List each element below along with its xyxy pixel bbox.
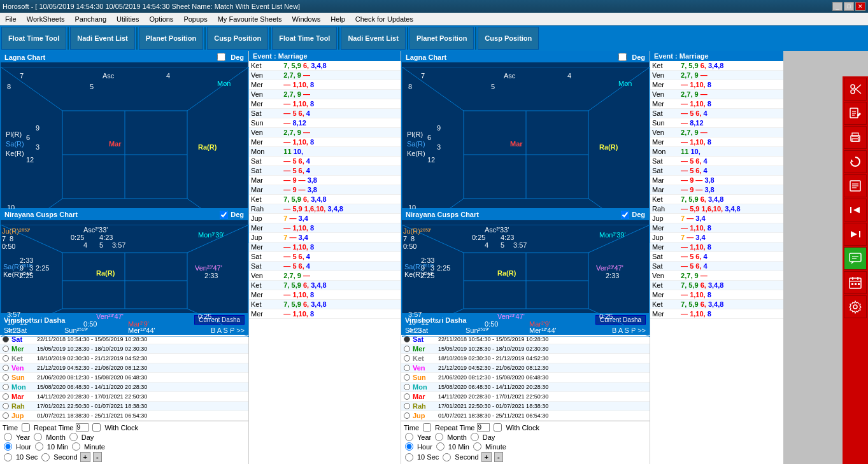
toolbar-cusp-2[interactable]: Cusp Position [478,27,539,50]
with-clock-left[interactable] [92,423,101,432]
cusps-checkbox-left[interactable] [220,211,228,219]
radio-rah-right[interactable] [404,403,410,409]
repeat-input-left[interactable] [76,423,89,432]
lagna-controls-right: Deg [618,53,645,61]
radio-ven-right[interactable] [404,365,410,371]
minimize-btn[interactable]: _ [832,2,843,11]
radio-month-left[interactable] [34,433,42,441]
radio-mer-left[interactable] [3,346,9,352]
event-title: Event : Marriage [253,52,308,60]
sidebar-btn-back[interactable] [844,199,867,221]
plus-btn-right[interactable]: + [481,452,492,462]
radio-mer-right[interactable] [404,346,410,352]
radio-mon-right[interactable] [404,384,410,390]
lagna-checkbox-left[interactable] [217,53,225,61]
radio-ket-left[interactable] [3,355,9,362]
sidebar-btn-settings[interactable] [844,295,867,318]
time-checkbox-left[interactable] [22,423,30,432]
radio-sun-right[interactable] [404,374,410,381]
radio-tensec-left[interactable] [4,453,12,461]
sidebar-btn-chat[interactable] [844,247,867,270]
radio-hour-left[interactable] [4,442,12,451]
sidebar-btn-scissors[interactable] [844,78,867,101]
radio-sun-left[interactable] [3,374,9,381]
radio-second-left[interactable] [41,453,50,461]
time-row2-right: Year Month Day [404,432,647,442]
window-controls: _ □ ✕ [832,2,865,11]
menu-updates[interactable]: Check for Updates [353,15,416,24]
radio-mar-left[interactable] [3,393,9,400]
lagna-checkbox-right[interactable] [618,53,627,61]
menu-options[interactable]: Options [146,15,176,24]
event-row-2: Ven 2,7, 9 — [249,71,401,80]
svg-text:3:57: 3:57 [112,241,125,249]
radio-sat-left[interactable] [3,336,9,342]
radio-year-left[interactable] [4,433,12,441]
time-checkbox-right[interactable] [423,423,431,432]
radio-rah-left[interactable] [3,403,9,409]
toolbar-nadi-2[interactable]: Nadi Event List [341,27,405,50]
close-btn[interactable]: ✕ [855,2,865,11]
extra-event-planet-4: Ven [650,90,679,99]
radio-day-left[interactable] [69,433,78,441]
planet-mer-left: Mer [11,345,37,353]
minus-btn-right[interactable]: - [494,452,503,462]
radio-tenmin-left[interactable] [35,442,43,451]
event-row-5: Mer — 1,10, 8 [249,99,401,109]
dasha-row-rah-right: Rah 17/01/2021 22:50:30 - 01/07/2021 18:… [401,402,650,411]
menu-popups[interactable]: Popups [181,15,210,24]
radio-ket-right[interactable] [404,355,410,362]
plus-btn-left[interactable]: + [80,452,90,462]
radio-minute-right[interactable] [473,442,481,451]
toolbar-planet-1[interactable]: Planet Position [139,27,203,50]
repeat-input-right[interactable] [477,423,490,432]
divider-1 [68,27,69,50]
menu-worksheets[interactable]: WorkSheets [24,15,68,24]
repeat-label-left: Repeat Time [34,424,73,432]
sidebar-btn-edit[interactable] [844,102,867,125]
radio-jup-right[interactable] [404,412,410,419]
extra-event-planet-20: Mer [650,243,679,252]
extra-event-row-7: Sun — 8,12 [650,118,783,128]
toolbar-planet-2[interactable]: Planet Position [409,27,474,50]
menu-help[interactable]: Help [328,15,348,24]
radio-second-right[interactable] [443,453,451,461]
sidebar-btn-calendar[interactable] [844,271,867,294]
toolbar-float-time-2[interactable]: Float Time Tool [272,27,337,50]
radio-sat-right[interactable] [404,336,410,342]
radio-year-right[interactable] [405,433,413,441]
sidebar-btn-forward[interactable] [844,223,867,246]
toolbar-cusp-1[interactable]: Cusp Position [207,27,268,50]
radio-month-right[interactable] [435,433,443,441]
radio-hour-right[interactable] [405,442,413,451]
event-planet-7: Sun [249,118,281,128]
menu-favourite[interactable]: My Favourite Sheets [215,15,285,24]
cusps-checkbox-right[interactable] [621,211,629,219]
radio-mar-right[interactable] [404,393,410,400]
radio-jup-left[interactable] [3,412,9,419]
maximize-btn[interactable]: □ [844,2,854,11]
radio-tenmin-right[interactable] [436,442,445,451]
menu-file[interactable]: File [3,15,19,24]
radio-day-right[interactable] [471,433,479,441]
toolbar-float-time-1[interactable]: Float Time Tool [1,27,66,50]
toolbar-nadi-1[interactable]: Nadi Event List [70,27,134,50]
svg-text:Mon: Mon [618,80,632,87]
radio-tensec-right[interactable] [405,453,413,461]
with-clock-right[interactable] [494,423,502,432]
menu-windows[interactable]: Windows [290,15,324,24]
month-label-right: Month [447,433,467,441]
svg-text:Ju(R)²⁸⁵³': Ju(R)²⁸⁵³' [403,227,431,235]
sidebar-btn-list[interactable] [844,174,867,197]
minus-btn-left[interactable]: - [93,452,102,462]
radio-minute-left[interactable] [72,442,80,451]
radio-ven-left[interactable] [3,365,9,371]
menu-utilities[interactable]: Utilities [114,15,141,24]
sidebar-btn-refresh[interactable] [844,150,867,173]
radio-mon-left[interactable] [3,384,9,390]
extra-event-row-10: Mon 11 10, [650,147,783,157]
menu-panchang[interactable]: Panchang [72,15,109,24]
sidebar-btn-print[interactable] [844,126,867,149]
repeat-label-right: Repeat Time [435,424,474,432]
month-label-left: Month [46,433,66,441]
